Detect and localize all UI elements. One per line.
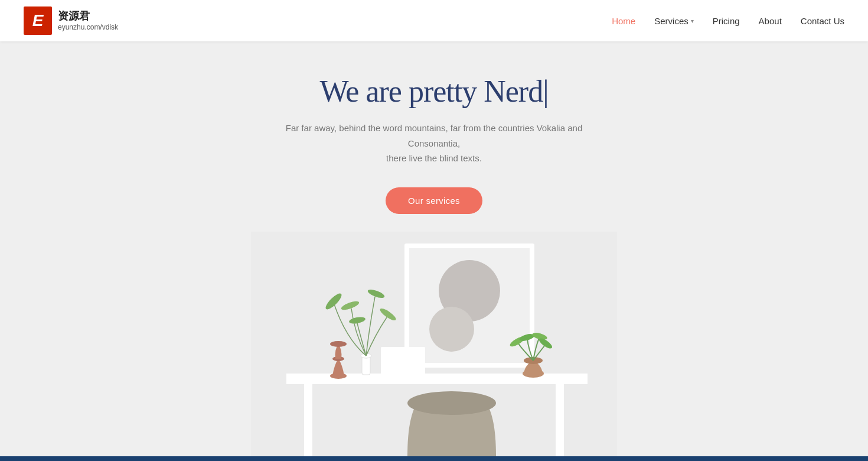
blue-footer-bar: [0, 456, 868, 462]
svg-point-10: [330, 341, 347, 347]
our-services-button[interactable]: Our services: [386, 187, 482, 214]
logo-url: eyunzhu.com/vdisk: [58, 23, 118, 31]
services-chevron-icon: ▾: [691, 18, 694, 24]
logo-icon: E: [24, 7, 52, 35]
hero-title: We are pretty Nerd|: [269, 74, 599, 109]
nav-about[interactable]: About: [759, 16, 782, 26]
hero-section: We are pretty Nerd| Far far away, behind…: [0, 0, 868, 456]
svg-point-4: [429, 307, 474, 352]
main-nav: Home Services ▾ Pricing About Contact Us: [612, 16, 844, 26]
logo-text: 资源君 eyunzhu.com/vdisk: [58, 10, 118, 31]
cursor: |: [543, 74, 548, 108]
svg-rect-11: [362, 356, 370, 375]
desk-illustration: [251, 232, 617, 456]
logo-chinese: 资源君: [58, 10, 118, 23]
svg-point-19: [407, 391, 496, 415]
nav-contact[interactable]: Contact Us: [801, 16, 844, 26]
header: E 资源君 eyunzhu.com/vdisk Home Services ▾ …: [0, 0, 868, 41]
svg-rect-18: [381, 347, 425, 375]
hero-content: We are pretty Nerd| Far far away, behind…: [269, 41, 599, 214]
nav-home[interactable]: Home: [612, 16, 635, 26]
desk-svg: [251, 232, 617, 456]
hero-subtitle: Far far away, behind the word mountains,…: [269, 121, 599, 166]
svg-rect-6: [304, 384, 312, 456]
logo[interactable]: E 资源君 eyunzhu.com/vdisk: [24, 7, 118, 35]
nav-services[interactable]: Services ▾: [654, 16, 694, 26]
svg-rect-7: [556, 384, 564, 456]
nav-pricing[interactable]: Pricing: [713, 16, 740, 26]
